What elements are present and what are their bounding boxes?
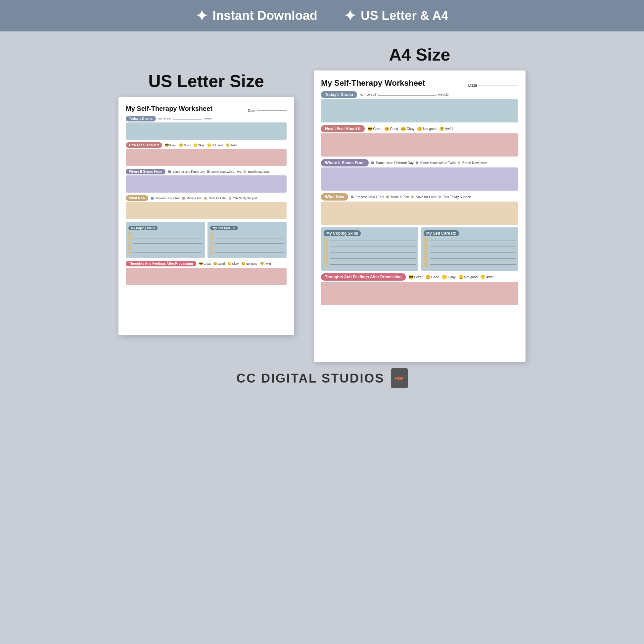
right-column: A4 Size My Self-Therapy Worksheet Date T… (314, 45, 526, 362)
banner-text-2: US Letter & A4 (361, 9, 448, 23)
sca4-a4 (424, 256, 516, 261)
stems-box-us (126, 175, 287, 193)
cb1-us (128, 232, 202, 236)
selfcare-col-a4: My Self Care Rx (421, 227, 518, 271)
stems-row-us: Where It Stems From Same Issue Different… (126, 169, 287, 174)
selfcare-col-label-us: My Self Care Rx (210, 226, 238, 230)
selfcare-col-label-a4: My Self Care Rx (424, 230, 459, 236)
ws-header-a4: My Self-Therapy Worksheet Date (321, 78, 518, 88)
feel-box-a4 (321, 133, 518, 157)
us-letter-worksheet: My Self-Therapy Worksheet Date Today's D… (118, 97, 294, 335)
a4-worksheet: My Self-Therapy Worksheet Date Today's D… (314, 70, 526, 362)
sca2-a4 (424, 244, 516, 249)
feel-okay-us: 😐Okay (193, 143, 205, 147)
swatch-blue-us (168, 170, 171, 173)
thoughts-feel-us: 😎Great 😊Good 😐Okay 😟Not good 😤Awful (199, 262, 271, 265)
feel-box-us (126, 149, 287, 166)
top-banner: ✦ Instant Download ✦ US Letter & A4 (0, 0, 644, 31)
feel-options-us: 😎Great 😊Good 😐Okay 😟Not good 😤Awful (165, 143, 237, 147)
sc4-us (210, 246, 284, 250)
footer: CC DIGITAL STUDIOS (236, 368, 407, 388)
banner-item-1: ✦ Instant Download (196, 7, 317, 24)
drama-label-us: Today's Drama (126, 116, 156, 121)
coping-col-label-us: My Coping Skills (128, 226, 158, 230)
cba2-a4 (324, 244, 416, 249)
drama-label-a4: Today's Drama (321, 91, 357, 98)
cb3-us (128, 242, 202, 245)
feel-row-us: How I Feel About It 😎Great 😊Good 😐Okay 😟… (126, 142, 287, 148)
drama-slider-a4: Not Too Bad Horrible (360, 93, 449, 96)
cb5-us (128, 251, 202, 254)
cba3-a4 (324, 250, 416, 255)
thoughts-feel-a4: 😎Great 😊Good 😐Okay 😟Not good 😤Awful (408, 275, 494, 280)
feel-options-a4: 😎Great 😊Good 😐Okay 😟Not good 😤Awful (367, 126, 453, 131)
stems-label-us: Where It Stems From (126, 169, 165, 174)
coping-col-a4: My Coping Skills (321, 227, 418, 271)
cba4-a4 (324, 256, 416, 261)
drama-box-us (126, 122, 287, 140)
coping-selfcare-us: My Coping Skills My Self Care Rx (126, 222, 287, 258)
thoughts-label-us: Thoughts And Feelings After Processing (126, 261, 196, 266)
banner-item-2: ✦ US Letter & A4 (344, 7, 448, 24)
whatnow-options-us: Process How I Feel Make a Plan Save for … (151, 197, 257, 200)
coping-col-us: My Coping Skills (126, 222, 205, 258)
coping-col-label-a4: My Coping Skills (324, 230, 361, 236)
left-column: US Letter Size My Self-Therapy Worksheet… (118, 71, 294, 335)
stems-box-a4 (321, 167, 518, 191)
slider-bar-a4 (377, 94, 437, 96)
pdf-icon (391, 368, 408, 388)
cba1-a4 (324, 238, 416, 243)
date-line-a4 (479, 85, 518, 85)
date-line-us (257, 111, 287, 111)
stems-row-a4: Where It Stems From Same Issue Different… (321, 159, 518, 166)
us-letter-label: US Letter Size (148, 71, 264, 91)
star-icon-2: ✦ (344, 7, 356, 24)
whatnow-row-us: What Now Process How I Feel Make a Plan … (126, 195, 287, 201)
sc3-us (210, 242, 284, 245)
feel-good-us: 😊Good (179, 143, 191, 147)
whatnow-label-us: What Now (126, 195, 148, 201)
stems-options-a4: Same Issue Different Day Same Issue with… (371, 161, 487, 165)
drama-slider-us: Not Too Bad Horrible (159, 117, 212, 120)
whatnow-label-a4: What Now (321, 193, 348, 201)
swatch-blue2-us (207, 170, 209, 173)
swatch-tan-us (244, 170, 246, 173)
ws-date-a4: Date (468, 83, 518, 88)
thoughts-label-a4: Thoughts And Feelings After Processing (321, 273, 406, 281)
pdf-doc-icon (391, 368, 408, 388)
star-icon-1: ✦ (196, 7, 208, 24)
ws-header-us: My Self-Therapy Worksheet Date (126, 105, 287, 113)
cb4-us (128, 246, 202, 250)
ws-date-us: Date (248, 109, 287, 113)
stems-label-a4: Where It Stems From (321, 159, 369, 166)
thoughts-box-a4 (321, 282, 518, 305)
feel-notgood-us: 😟Not good (207, 143, 223, 147)
whatnow-row-a4: What Now Process How I Feel Make a Plan … (321, 193, 518, 201)
sc1-us (210, 232, 284, 236)
sc2-us (210, 237, 284, 240)
cb2-us (128, 237, 202, 240)
drama-row-a4: Today's Drama Not Too Bad Horrible (321, 91, 518, 98)
thoughts-box-us (126, 268, 287, 285)
drama-row-us: Today's Drama Not Too Bad Horrible (126, 116, 287, 121)
brand-name: CC DIGITAL STUDIOS (236, 371, 384, 386)
coping-selfcare-a4: My Coping Skills My Self Care Rx (321, 227, 518, 271)
banner-text-1: Instant Download (212, 9, 317, 23)
whatnow-box-us (126, 202, 287, 219)
feel-awful-us: 😤Awful (226, 143, 237, 147)
feel-row-a4: How I Feel About It 😎Great 😊Good 😐Okay 😟… (321, 125, 518, 132)
drama-box-a4 (321, 99, 518, 122)
ws-title-a4: My Self-Therapy Worksheet (321, 78, 425, 88)
main-content: US Letter Size My Self-Therapy Worksheet… (0, 31, 644, 644)
thoughts-row-a4: Thoughts And Feelings After Processing 😎… (321, 273, 518, 281)
feel-label-a4: How I Feel About It (321, 125, 365, 132)
slider-bar-us (172, 118, 202, 120)
whatnow-options-a4: Process How I Feel Make a Plan Save for … (351, 195, 471, 199)
sca1-a4 (424, 238, 516, 243)
thoughts-row-us: Thoughts And Feelings After Processing 😎… (126, 261, 287, 266)
selfcare-col-us: My Self Care Rx (207, 222, 287, 258)
cba5-a4 (324, 262, 416, 267)
feel-label-us: How I Feel About It (126, 142, 162, 148)
stems-options-us: Same Issue Different Day Same Issue with… (168, 170, 269, 173)
sca5-a4 (424, 262, 516, 267)
